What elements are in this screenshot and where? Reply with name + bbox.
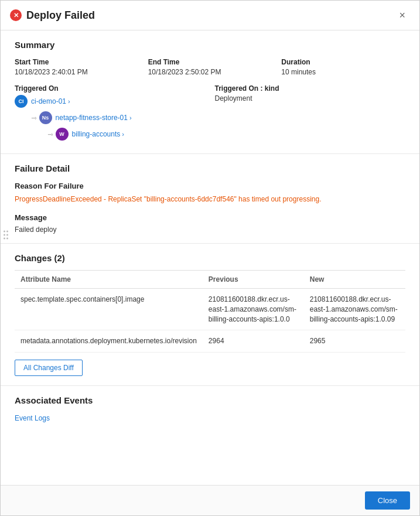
dotted-connector-2: ········› [47, 131, 52, 138]
drag-handle [4, 231, 8, 240]
billing-accounts-link[interactable]: billing-accounts › [72, 130, 124, 138]
associated-events-section: Associated Events Event Logs [1, 386, 419, 432]
col-attribute: Attribute Name [15, 271, 203, 289]
message-label: Message [15, 213, 405, 222]
failure-section: Failure Detail Reason For Failure Progre… [1, 154, 419, 244]
node-level3-container: ········› W billing-accounts › [31, 128, 206, 141]
col-previous: Previous [203, 271, 304, 289]
node-row-ci: CI ci-demo-01 › [15, 95, 206, 108]
duration-value: 10 minutes [281, 68, 405, 76]
node-row-ns: ········› Ns netapp-fitness-store-01 › [31, 111, 206, 124]
cell-previous-1: 2964 [203, 330, 304, 353]
cell-new-1: 2965 [304, 330, 405, 353]
changes-section: Changes (2) Attribute Name Previous New … [1, 244, 419, 386]
modal-footer: Close [1, 485, 419, 515]
changes-table: Attribute Name Previous New spec.templat… [15, 270, 405, 353]
triggered-on-kind-item: Triggered On : kind Deployment [215, 84, 406, 144]
message-text: Failed deploy [15, 225, 405, 234]
summary-title: Summary [15, 40, 405, 50]
triggered-area: CI ci-demo-01 › ········› Ns [15, 95, 206, 141]
reason-label: Reason For Failure [15, 182, 405, 190]
time-info-grid: Start Time 10/18/2023 2:40:01 PM End Tim… [15, 58, 405, 76]
ci-badge: CI [15, 95, 28, 108]
table-row: metadata.annotations.deployment.kubernet… [15, 330, 405, 353]
reason-text: ProgressDeadlineExceeded - ReplicaSet "b… [15, 194, 405, 204]
start-time-value: 10/18/2023 2:40:01 PM [15, 68, 139, 76]
header-close-button[interactable]: × [394, 8, 410, 23]
all-changes-diff-button[interactable]: All Changes Diff [15, 360, 83, 376]
summary-section: Summary Start Time 10/18/2023 2:40:01 PM… [1, 30, 419, 154]
failure-title: Failure Detail [15, 163, 405, 173]
changes-table-header: Attribute Name Previous New [15, 271, 405, 289]
triggered-on-label: Triggered On [15, 84, 206, 93]
start-time-item: Start Time 10/18/2023 2:40:01 PM [15, 58, 139, 76]
dotted-connector-1: ········› [31, 115, 36, 121]
modal-title-area: Deploy Failed [10, 9, 95, 22]
end-time-label: End Time [148, 58, 272, 66]
triggered-on-kind-value: Deployment [215, 94, 406, 102]
footer-close-button[interactable]: Close [365, 491, 410, 510]
node-level2-container: ········› Ns netapp-fitness-store-01 › [15, 111, 206, 141]
changes-title: Changes (2) [15, 253, 405, 263]
triggered-on-item: Triggered On CI ci-demo-01 › [15, 84, 206, 144]
node-row-w: ········› W billing-accounts › [47, 128, 206, 141]
end-time-item: End Time 10/18/2023 2:50:02 PM [148, 58, 272, 76]
modal-header: Deploy Failed × [1, 1, 419, 30]
triggered-info-grid: Triggered On CI ci-demo-01 › [15, 84, 405, 144]
col-new: New [304, 271, 405, 289]
duration-item: Duration 10 minutes [281, 58, 405, 76]
modal-title: Deploy Failed [26, 9, 95, 22]
triggered-on-kind-label: Triggered On : kind [215, 84, 406, 93]
error-icon [10, 9, 22, 21]
event-logs-link[interactable]: Event Logs [15, 414, 50, 422]
cell-attribute-1: metadata.annotations.deployment.kubernet… [15, 330, 203, 353]
duration-label: Duration [281, 58, 405, 66]
start-time-label: Start Time [15, 58, 139, 66]
cell-new-0: 210811600188.dkr.ecr.us-east-1.amazonaws… [304, 289, 405, 330]
associated-events-title: Associated Events [15, 395, 405, 405]
cell-attribute-0: spec.template.spec.containers[0].image [15, 289, 203, 330]
table-row: spec.template.spec.containers[0].image21… [15, 289, 405, 330]
ci-demo-link[interactable]: ci-demo-01 › [31, 97, 70, 105]
ns-badge: Ns [39, 111, 52, 124]
cell-previous-0: 210811600188.dkr.ecr.us-east-1.amazonaws… [203, 289, 304, 330]
netapp-fitness-link[interactable]: netapp-fitness-store-01 › [56, 114, 132, 122]
w-badge: W [56, 128, 69, 141]
deploy-failed-modal: Deploy Failed × Summary Start Time 10/18… [0, 0, 420, 516]
modal-body: Summary Start Time 10/18/2023 2:40:01 PM… [1, 30, 419, 485]
end-time-value: 10/18/2023 2:50:02 PM [148, 68, 272, 76]
